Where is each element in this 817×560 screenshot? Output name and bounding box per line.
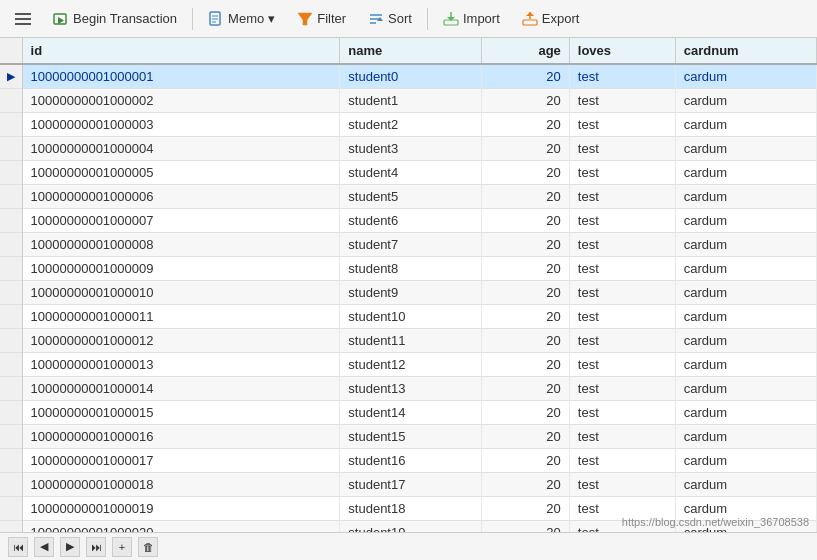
cell-cardnum: cardum xyxy=(675,425,816,449)
cell-id: 10000000001000011 xyxy=(22,305,340,329)
cell-age: 20 xyxy=(481,497,569,521)
nav-next-button[interactable]: ▶ xyxy=(60,537,80,557)
table-row[interactable]: 10000000001000003student220testcardum xyxy=(0,113,817,137)
table-row[interactable]: 10000000001000014student1320testcardum xyxy=(0,377,817,401)
bottom-bar: ⏮ ◀ ▶ ⏭ + 🗑 xyxy=(0,532,817,560)
cell-name: student19 xyxy=(340,521,481,533)
cell-name: student17 xyxy=(340,473,481,497)
cell-loves: test xyxy=(569,233,675,257)
cell-loves: test xyxy=(569,64,675,89)
cell-name: student16 xyxy=(340,449,481,473)
cell-age: 20 xyxy=(481,521,569,533)
cell-cardnum: cardum xyxy=(675,64,816,89)
nav-delete-button[interactable]: 🗑 xyxy=(138,537,158,557)
cell-name: student6 xyxy=(340,209,481,233)
table-row[interactable]: 10000000001000005student420testcardum xyxy=(0,161,817,185)
table-row[interactable]: 10000000001000016student1520testcardum xyxy=(0,425,817,449)
cell-name: student3 xyxy=(340,137,481,161)
cell-cardnum: cardum xyxy=(675,473,816,497)
table-row[interactable]: 10000000001000010student920testcardum xyxy=(0,281,817,305)
nav-add-button[interactable]: + xyxy=(112,537,132,557)
cell-age: 20 xyxy=(481,305,569,329)
cell-loves: test xyxy=(569,113,675,137)
cell-id: 10000000001000002 xyxy=(22,89,340,113)
table-row[interactable]: 10000000001000011student1020testcardum xyxy=(0,305,817,329)
table-row[interactable]: ▶10000000001000001student020testcardum xyxy=(0,64,817,89)
cell-name: student0 xyxy=(340,64,481,89)
cell-cardnum: cardum xyxy=(675,209,816,233)
row-indicator xyxy=(0,281,22,305)
table-row[interactable]: 10000000001000007student620testcardum xyxy=(0,209,817,233)
cell-name: student11 xyxy=(340,329,481,353)
cell-loves: test xyxy=(569,209,675,233)
cell-id: 10000000001000009 xyxy=(22,257,340,281)
cell-age: 20 xyxy=(481,449,569,473)
row-indicator xyxy=(0,209,22,233)
cell-age: 20 xyxy=(481,64,569,89)
cell-id: 10000000001000015 xyxy=(22,401,340,425)
svg-marker-19 xyxy=(526,12,534,16)
table-header-row: id name age loves cardnum xyxy=(0,38,817,64)
cell-loves: test xyxy=(569,161,675,185)
nav-prev-button[interactable]: ◀ xyxy=(34,537,54,557)
cell-name: student15 xyxy=(340,425,481,449)
memo-label: Memo xyxy=(228,11,264,26)
svg-rect-1 xyxy=(15,18,31,20)
memo-button[interactable]: Memo ▾ xyxy=(199,7,284,31)
col-header-loves[interactable]: loves xyxy=(569,38,675,64)
table-row[interactable]: 10000000001000008student720testcardum xyxy=(0,233,817,257)
begin-transaction-button[interactable]: Begin Transaction xyxy=(44,7,186,31)
cell-id: 10000000001000004 xyxy=(22,137,340,161)
svg-marker-9 xyxy=(298,13,312,25)
import-button[interactable]: Import xyxy=(434,7,509,31)
sort-button[interactable]: Sort xyxy=(359,7,421,31)
table-row[interactable]: 10000000001000017student1620testcardum xyxy=(0,449,817,473)
col-header-name[interactable]: name xyxy=(340,38,481,64)
cell-cardnum: cardum xyxy=(675,449,816,473)
cell-name: student8 xyxy=(340,257,481,281)
toolbar: Begin Transaction Memo ▾ Filter xyxy=(0,0,817,38)
export-button[interactable]: Export xyxy=(513,7,589,31)
row-indicator xyxy=(0,113,22,137)
cell-age: 20 xyxy=(481,137,569,161)
col-header-age[interactable]: age xyxy=(481,38,569,64)
cell-age: 20 xyxy=(481,257,569,281)
import-icon xyxy=(443,11,459,27)
cell-cardnum: cardum xyxy=(675,185,816,209)
cell-id: 10000000001000012 xyxy=(22,329,340,353)
cell-id: 10000000001000008 xyxy=(22,233,340,257)
table-row[interactable]: 10000000001000018student1720testcardum xyxy=(0,473,817,497)
col-header-cardnum[interactable]: cardnum xyxy=(675,38,816,64)
nav-last-button[interactable]: ⏭ xyxy=(86,537,106,557)
memo-icon xyxy=(208,11,224,27)
row-indicator xyxy=(0,305,22,329)
table-row[interactable]: 10000000001000013student1220testcardum xyxy=(0,353,817,377)
cell-id: 10000000001000020 xyxy=(22,521,340,533)
data-table: id name age loves cardnum ▶1000000000100… xyxy=(0,38,817,532)
cell-cardnum: cardum xyxy=(675,377,816,401)
cell-loves: test xyxy=(569,281,675,305)
filter-button[interactable]: Filter xyxy=(288,7,355,31)
data-table-container: id name age loves cardnum ▶1000000000100… xyxy=(0,38,817,532)
cell-name: student7 xyxy=(340,233,481,257)
table-row[interactable]: 10000000001000015student1420testcardum xyxy=(0,401,817,425)
table-row[interactable]: 10000000001000009student820testcardum xyxy=(0,257,817,281)
cell-age: 20 xyxy=(481,185,569,209)
cell-id: 10000000001000019 xyxy=(22,497,340,521)
table-row[interactable]: 10000000001000002student120testcardum xyxy=(0,89,817,113)
cell-cardnum: cardum xyxy=(675,89,816,113)
export-icon xyxy=(522,11,538,27)
svg-rect-0 xyxy=(15,13,31,15)
table-row[interactable]: 10000000001000004student320testcardum xyxy=(0,137,817,161)
hamburger-menu-button[interactable] xyxy=(6,7,40,31)
nav-first-button[interactable]: ⏮ xyxy=(8,537,28,557)
cell-id: 10000000001000006 xyxy=(22,185,340,209)
import-label: Import xyxy=(463,11,500,26)
cell-name: student14 xyxy=(340,401,481,425)
cell-id: 10000000001000007 xyxy=(22,209,340,233)
col-header-id[interactable]: id xyxy=(22,38,340,64)
row-indicator xyxy=(0,401,22,425)
cell-id: 10000000001000001 xyxy=(22,64,340,89)
table-row[interactable]: 10000000001000006student520testcardum xyxy=(0,185,817,209)
table-row[interactable]: 10000000001000012student1120testcardum xyxy=(0,329,817,353)
